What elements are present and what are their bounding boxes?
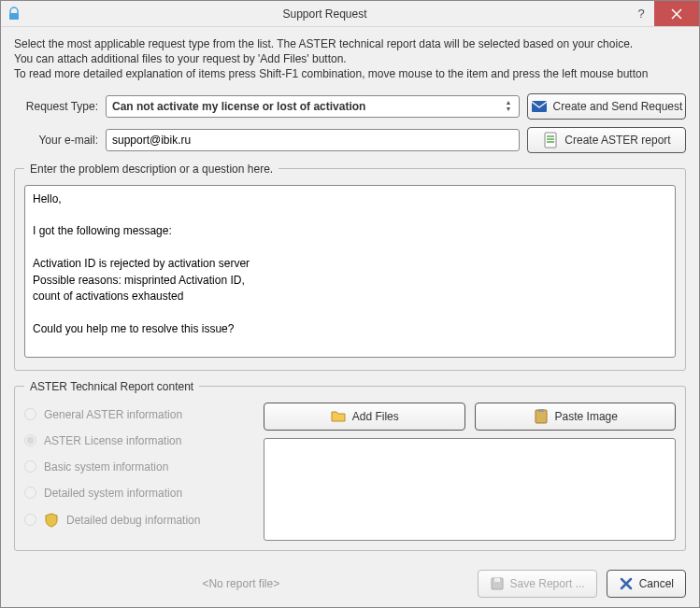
svg-rect-1: [532, 101, 547, 112]
create-report-button[interactable]: Create ASTER report: [527, 127, 686, 153]
button-label: Create and Send Request: [553, 100, 683, 113]
button-label: Save Report ...: [510, 577, 585, 590]
mail-icon: [531, 98, 548, 115]
svg-rect-2: [545, 133, 556, 148]
radio-label: Basic system information: [44, 460, 168, 474]
radio-detailed[interactable]: Detailed system information: [24, 487, 249, 500]
save-report-button[interactable]: Save Report ...: [478, 570, 597, 598]
radio-license[interactable]: ASTER License information: [24, 434, 249, 447]
description-textarea[interactable]: [24, 185, 676, 358]
email-input[interactable]: [106, 129, 520, 151]
radio-general[interactable]: General ASTER information: [24, 408, 249, 421]
radio-input[interactable]: [24, 460, 36, 473]
report-legend: ASTER Technical Report content: [24, 380, 199, 393]
request-type-combo[interactable]: Can not activate my license or lost of a…: [106, 95, 520, 118]
radio-debug[interactable]: Detailed debug information: [24, 513, 249, 528]
attached-files-list[interactable]: [264, 438, 676, 541]
button-label: Add Files: [352, 410, 399, 423]
shield-icon: [44, 513, 59, 528]
save-icon: [490, 576, 505, 591]
svg-rect-0: [9, 13, 19, 20]
request-type-label: Request Type:: [14, 100, 98, 113]
radio-input[interactable]: [24, 514, 36, 526]
svg-rect-6: [494, 578, 500, 582]
svg-rect-3: [536, 410, 547, 423]
report-group: ASTER Technical Report content General A…: [14, 380, 686, 551]
create-send-button[interactable]: Create and Send Request: [527, 93, 686, 120]
folder-icon: [330, 408, 347, 425]
radio-input[interactable]: [24, 487, 36, 499]
cancel-icon: [619, 576, 634, 591]
email-label: Your e-mail:: [14, 134, 98, 147]
radio-label: General ASTER information: [44, 408, 182, 421]
cancel-button[interactable]: Cancel: [607, 570, 686, 598]
radio-basic[interactable]: Basic system information: [24, 460, 249, 474]
combo-spinner-icon[interactable]: ▲▼: [502, 98, 515, 115]
clipboard-icon: [533, 408, 550, 425]
titlebar: Support Request ?: [1, 1, 699, 27]
lock-icon: [7, 7, 21, 21]
report-icon: [542, 132, 559, 148]
instruction-line: You can attach additional files to your …: [14, 51, 686, 66]
report-file-status: <No report file>: [14, 577, 468, 590]
radio-label: Detailed system information: [44, 487, 182, 500]
add-files-button[interactable]: Add Files: [264, 403, 465, 431]
help-button[interactable]: ?: [628, 1, 654, 26]
description-group: Enter the problem description or a quest…: [14, 163, 686, 371]
radio-input[interactable]: [24, 434, 36, 446]
paste-image-button[interactable]: Paste Image: [475, 403, 677, 431]
button-label: Paste Image: [555, 410, 618, 423]
close-button[interactable]: [654, 1, 699, 26]
button-label: Create ASTER report: [564, 134, 670, 147]
radio-label: ASTER License information: [44, 434, 181, 447]
request-type-value: Can not activate my license or lost of a…: [112, 100, 365, 113]
radio-label: Detailed debug information: [66, 514, 200, 527]
instruction-line: Select the most applicable request type …: [14, 36, 686, 51]
svg-rect-4: [538, 409, 544, 412]
window-title: Support Request: [21, 7, 628, 21]
button-label: Cancel: [639, 577, 674, 590]
description-legend: Enter the problem description or a quest…: [24, 163, 279, 176]
radio-input[interactable]: [24, 408, 36, 420]
instruction-line: To read more detailed explanation of ite…: [14, 66, 686, 81]
instructions: Select the most applicable request type …: [14, 36, 686, 82]
